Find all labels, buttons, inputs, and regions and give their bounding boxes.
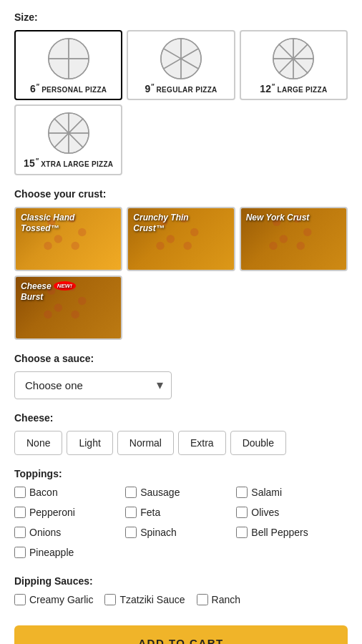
size-label-regular: 9" REGULAR PIZZA: [145, 83, 217, 94]
topping-checkbox-bell-peppers[interactable]: [236, 527, 248, 538]
cheese-btn-light[interactable]: Light: [67, 431, 112, 455]
topping-label-salami[interactable]: Salami: [251, 487, 282, 498]
pizza-icon-xlarge: [47, 112, 90, 155]
sauce-select-wrapper: Choose oneTomatoCreamy GarlicPestoBBQNon…: [14, 371, 172, 399]
sauce-select[interactable]: Choose oneTomatoCreamy GarlicPestoBBQNon…: [14, 371, 172, 399]
topping-item-sausage: Sausage: [125, 487, 236, 498]
size-item-large[interactable]: 12" LARGE PIZZA: [240, 30, 348, 100]
cheese-btn-normal[interactable]: Normal: [117, 431, 174, 455]
topping-label-pineapple[interactable]: Pineapple: [29, 547, 74, 558]
topping-label-pepperoni[interactable]: Pepperoni: [29, 507, 75, 518]
dipping-checkbox-ranch[interactable]: [197, 594, 208, 605]
crust-label-thin: Crunchy ThinCrust™: [133, 213, 188, 234]
svg-point-19: [303, 228, 311, 235]
topping-checkbox-sausage[interactable]: [125, 487, 137, 498]
svg-point-27: [71, 310, 79, 318]
dipping-checkbox-creamy-garlic[interactable]: [14, 594, 26, 605]
crust-grid: Classic HandTossed™ Crunchy ThinCrust™ N…: [14, 207, 348, 271]
topping-label-spinach[interactable]: Spinach: [140, 527, 177, 538]
cheese-btn-extra[interactable]: Extra: [178, 431, 226, 455]
crust-label-newyork: New York Crust: [246, 213, 310, 223]
topping-checkbox-pineapple[interactable]: [14, 547, 26, 558]
topping-label-onions[interactable]: Onions: [29, 527, 61, 538]
size-label-large: 12" LARGE PIZZA: [260, 83, 327, 94]
svg-point-24: [54, 303, 62, 311]
svg-point-18: [279, 235, 287, 243]
topping-item-feta: Feta: [125, 507, 236, 518]
svg-point-25: [78, 296, 86, 304]
topping-checkbox-salami[interactable]: [236, 487, 248, 498]
topping-checkbox-onions[interactable]: [14, 527, 26, 538]
topping-item-pepperoni: Pepperoni: [14, 507, 125, 518]
topping-item-bell-peppers: Bell Peppers: [236, 527, 347, 538]
crust-item-newyork[interactable]: New York Crust: [240, 207, 348, 271]
size-grid: 6" PERSONAL PIZZA 9" REGULAR PIZZA 12" L…: [14, 30, 348, 100]
dipping-item-ranch: Ranch: [197, 594, 240, 605]
svg-point-15: [184, 241, 192, 249]
size-item-personal[interactable]: 6" PERSONAL PIZZA: [14, 30, 122, 100]
pizza-icon-personal: [47, 37, 90, 80]
svg-point-6: [54, 235, 62, 243]
svg-point-9: [71, 241, 79, 249]
crust-label-classic: Classic HandTossed™: [21, 213, 74, 234]
dipping-label-creamy-garlic[interactable]: Creamy Garlic: [29, 594, 93, 605]
dipping-item-creamy-garlic: Creamy Garlic: [14, 594, 93, 605]
svg-point-21: [296, 241, 304, 249]
sauce-section-label: Choose a sauce:: [14, 353, 348, 364]
cheese-btn-none[interactable]: None: [14, 431, 62, 455]
cheese-section: Cheese: NoneLightNormalExtraDouble: [14, 412, 348, 455]
dipping-section-label: Dipping Sauces:: [14, 575, 348, 587]
crust-label-cheese: CheeseNEW!Burst: [21, 281, 76, 303]
dipping-checkbox-tzatziki[interactable]: [104, 594, 116, 605]
crust-item-cheese[interactable]: CheeseNEW!Burst: [14, 275, 122, 340]
svg-point-26: [44, 310, 52, 318]
topping-item-bacon: Bacon: [14, 487, 125, 498]
dipping-label-tzatziki[interactable]: Tzatziki Sauce: [119, 594, 185, 605]
dipping-grid: Creamy Garlic Tzatziki Sauce Ranch: [14, 594, 348, 608]
topping-checkbox-bacon[interactable]: [14, 487, 26, 498]
topping-label-feta[interactable]: Feta: [140, 507, 160, 518]
dipping-label-ranch[interactable]: Ranch: [212, 594, 240, 605]
toppings-section-label: Toppings:: [14, 468, 348, 479]
topping-item-onions: Onions: [14, 527, 125, 538]
size-section-label: Size:: [14, 11, 348, 23]
topping-checkbox-olives[interactable]: [236, 507, 248, 518]
size-item-regular[interactable]: 9" REGULAR PIZZA: [127, 30, 235, 100]
cheese-options: NoneLightNormalExtraDouble: [14, 431, 348, 455]
toppings-grid: Bacon Sausage Salami Pepperoni Feta Oliv…: [14, 487, 348, 562]
size-label-personal: 6" PERSONAL PIZZA: [30, 83, 107, 94]
topping-item-pineapple: Pineapple: [14, 547, 125, 558]
cheese-btn-double[interactable]: Double: [230, 431, 286, 455]
size-label-xlarge: 15" XTRA LARGE PIZZA: [24, 157, 113, 169]
svg-point-14: [157, 241, 165, 249]
svg-point-13: [190, 228, 198, 235]
size-item-xlarge[interactable]: 15" XTRA LARGE PIZZA: [14, 104, 122, 175]
sauce-section: Choose a sauce: Choose oneTomatoCreamy G…: [14, 353, 348, 399]
cheese-section-label: Cheese:: [14, 412, 348, 424]
toppings-section: Toppings: Bacon Sausage Salami Pepperoni…: [14, 468, 348, 562]
pizza-icon-regular: [160, 37, 202, 80]
topping-label-bell-peppers[interactable]: Bell Peppers: [251, 527, 308, 538]
topping-label-bacon[interactable]: Bacon: [29, 487, 58, 498]
dipping-section: Dipping Sauces: Creamy Garlic Tzatziki S…: [14, 575, 348, 608]
topping-item-salami: Salami: [236, 487, 347, 498]
svg-point-12: [167, 235, 175, 243]
crust-section-label: Choose your crust:: [14, 188, 348, 200]
topping-item-olives: Olives: [236, 507, 347, 518]
topping-checkbox-feta[interactable]: [125, 507, 137, 518]
crust-item-classic[interactable]: Classic HandTossed™: [14, 207, 122, 271]
topping-checkbox-spinach[interactable]: [125, 527, 137, 538]
topping-label-olives[interactable]: Olives: [251, 507, 279, 518]
svg-point-7: [78, 228, 86, 235]
pizza-icon-large: [272, 37, 315, 80]
dipping-item-tzatziki: Tzatziki Sauce: [104, 594, 185, 605]
add-to-cart-button[interactable]: ADD TO CART: [14, 625, 348, 644]
topping-checkbox-pepperoni[interactable]: [14, 507, 26, 518]
svg-point-20: [269, 241, 277, 249]
topping-item-spinach: Spinach: [125, 527, 236, 538]
svg-point-8: [44, 241, 52, 249]
crust-item-thin[interactable]: Crunchy ThinCrust™: [127, 207, 235, 271]
topping-label-sausage[interactable]: Sausage: [140, 487, 180, 498]
